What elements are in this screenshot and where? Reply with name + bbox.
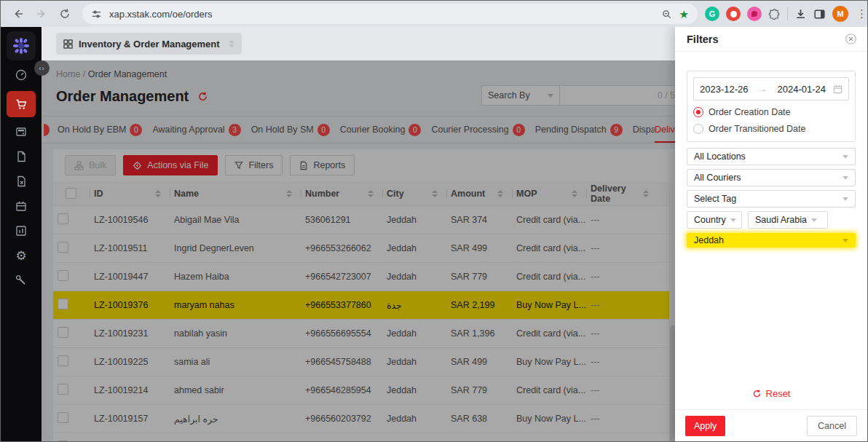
reset-icon (752, 389, 762, 398)
extensions-area: G M ⋮ (705, 6, 868, 22)
sidebar: ⚙ (1, 27, 42, 441)
downloads-icon[interactable] (794, 8, 807, 20)
chevron-down-icon (843, 176, 848, 180)
date-range-input[interactable]: 2023-12-26 → 2024-01-24 (693, 77, 849, 100)
browser-menu-icon[interactable]: ⋮ (855, 7, 868, 20)
browser-toolbar: xap.xstak.com/oe/orders ★ G M ⋮ (1, 1, 867, 27)
date-filter-group: 2023-12-26 → 2024-01-24 Order Creation D… (687, 71, 856, 142)
locations-select[interactable]: All Locations (687, 148, 856, 165)
chevron-down-icon (843, 155, 848, 159)
page: ⚙ ‹› Inventory & Order Management Home /… (1, 27, 867, 441)
sidebar-item-tools[interactable] (8, 270, 34, 291)
sidebar-item-documents[interactable] (8, 146, 34, 167)
sidebar-item-reports[interactable] (8, 221, 34, 241)
site-settings-icon[interactable] (91, 9, 102, 20)
red-extension-icon[interactable] (726, 7, 741, 21)
bookmark-star-icon[interactable]: ★ (679, 9, 689, 20)
grid-icon (63, 39, 73, 49)
calendar-icon (833, 84, 843, 94)
chevron-down-icon (843, 239, 848, 242)
toolbar-divider (787, 7, 788, 20)
reload-icon[interactable] (55, 4, 75, 24)
sidebar-item-pos[interactable] (8, 122, 34, 142)
extensions-puzzle-icon[interactable] (768, 8, 781, 20)
close-icon[interactable] (845, 33, 857, 45)
radio-order-transitioned-date[interactable]: Order Transitioned Date (693, 124, 849, 134)
grammarly-extension-icon[interactable]: G (705, 7, 719, 21)
couriers-select[interactable]: All Couriers (687, 169, 856, 186)
date-arrow-icon: → (759, 84, 768, 94)
apply-button[interactable]: Apply (685, 416, 725, 436)
sidebar-collapse-icon[interactable]: ‹› (34, 60, 50, 76)
sidebar-item-inventory[interactable] (8, 196, 34, 216)
forward-icon[interactable] (31, 4, 52, 24)
chevron-down-icon (843, 197, 848, 201)
cancel-button[interactable]: Cancel (807, 416, 857, 436)
country-value-select[interactable]: Saudi Arabia (748, 211, 828, 229)
address-bar[interactable]: xap.xstak.com/oe/orders ★ (82, 4, 698, 24)
chevron-updown-icon (229, 40, 234, 47)
radio-unselected-icon (693, 124, 703, 134)
module-switcher[interactable]: Inventory & Order Management (56, 33, 242, 55)
chevron-down-icon (811, 218, 817, 222)
zoom-icon[interactable] (661, 9, 672, 20)
module-switcher-label: Inventory & Order Management (79, 39, 220, 50)
gear-icon: ⚙ (15, 250, 26, 262)
chevron-down-icon (730, 218, 736, 222)
pink-extension-icon[interactable] (747, 7, 762, 21)
radio-selected-icon (693, 107, 703, 117)
url-text[interactable]: xap.xstak.com/oe/orders (109, 9, 661, 20)
app-logo-icon[interactable] (7, 31, 36, 60)
radio-order-creation-date[interactable]: Order Creation Date (693, 107, 849, 117)
date-from[interactable]: 2023-12-26 (700, 84, 749, 95)
browser-window: xap.xstak.com/oe/orders ★ G M ⋮ (0, 0, 868, 442)
sidebar-item-settings[interactable]: ⚙ (8, 245, 34, 266)
side-panel-icon[interactable] (813, 8, 826, 20)
city-select[interactable]: Jeddah (687, 233, 856, 248)
reset-button[interactable]: Reset (675, 388, 867, 399)
drawer-overlay-mask[interactable] (42, 60, 675, 441)
country-type-select[interactable]: Country (687, 211, 742, 229)
profile-avatar[interactable]: M (832, 6, 848, 22)
sidebar-item-returns[interactable] (8, 171, 34, 192)
back-icon[interactable] (8, 4, 28, 24)
tag-select[interactable]: Select Tag (687, 190, 856, 208)
sidebar-item-orders[interactable] (7, 91, 36, 117)
sidebar-item-dashboard[interactable] (8, 65, 34, 85)
date-to[interactable]: 2024-01-24 (778, 84, 826, 95)
filters-drawer: Filters 2023-12-26 → 2024-01-24 Order Cr… (675, 27, 867, 441)
filters-title: Filters (687, 33, 719, 45)
